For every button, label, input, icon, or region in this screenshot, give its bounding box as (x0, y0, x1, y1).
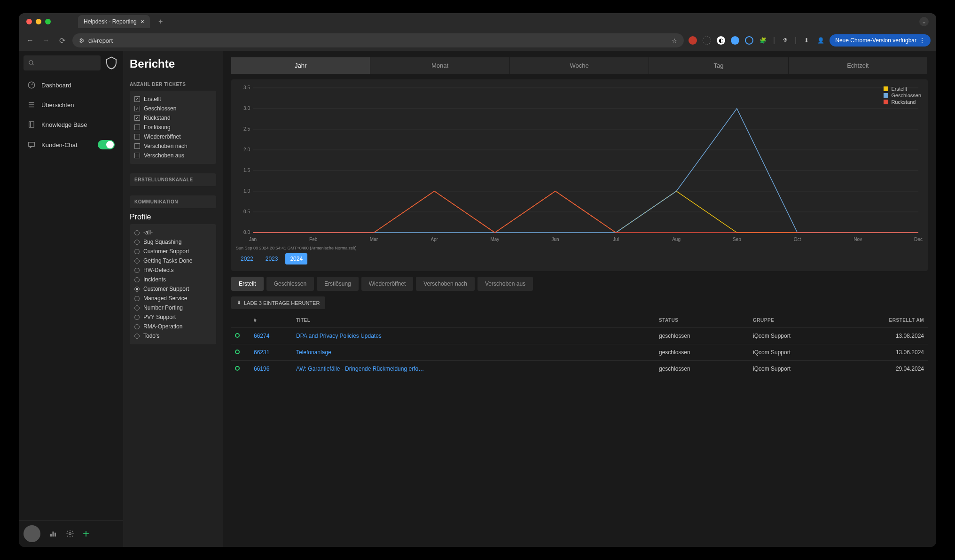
radio-profile[interactable]: -all- (134, 228, 211, 237)
radio-icon (134, 249, 140, 254)
year-button[interactable]: 2023 (261, 253, 283, 264)
legend-item[interactable]: Geschlossen (884, 93, 921, 98)
sidebar-item-übersichten[interactable]: Übersichten (19, 95, 123, 115)
year-button[interactable]: 2022 (236, 253, 258, 264)
ticket-group: iQcom Support (749, 344, 862, 361)
checkbox-erstellt[interactable]: Erstellt (134, 94, 211, 104)
labs-icon[interactable]: ⚗ (781, 36, 789, 45)
status-tab-erstlösung[interactable]: Erstlösung (317, 277, 359, 291)
table-row[interactable]: 66274 DPA and Privacy Policies Updates g… (231, 328, 928, 344)
ticket-id[interactable]: 66274 (250, 328, 292, 344)
ticket-title[interactable]: AW: Garantiefälle - Dringende Rückmeldun… (292, 361, 655, 377)
col-status[interactable]: STATUS (655, 313, 749, 328)
extensions-button[interactable]: 🧩 (759, 36, 767, 45)
extension-icon[interactable] (689, 36, 697, 45)
svg-text:3.5: 3.5 (243, 85, 250, 90)
status-tab-erstellt[interactable]: Erstellt (231, 277, 264, 291)
year-button[interactable]: 2024 (285, 253, 307, 264)
table-row[interactable]: 66231 Telefonanlage geschlossen iQcom Su… (231, 344, 928, 361)
table-row[interactable]: 66196 AW: Garantiefälle - Dringende Rück… (231, 361, 928, 377)
checkbox-icon (134, 153, 140, 158)
col-group[interactable]: GRUPPE (749, 313, 862, 328)
extension-icon[interactable]: ◐ (717, 36, 725, 45)
svg-text:Oct: Oct (794, 237, 801, 242)
forward-button[interactable]: → (40, 35, 52, 46)
svg-text:Aug: Aug (672, 237, 681, 242)
user-avatar[interactable] (23, 525, 40, 542)
radio-profile[interactable]: Incidents (134, 275, 211, 284)
extension-icon[interactable] (731, 36, 739, 45)
tab-dropdown-icon[interactable]: ⌄ (919, 17, 929, 26)
filter-header-communication[interactable]: KOMMUNIKATION (134, 199, 211, 204)
minimize-window[interactable] (36, 19, 41, 24)
svg-text:Jul: Jul (613, 237, 619, 242)
time-tab-jahr[interactable]: Jahr (231, 57, 370, 74)
status-tab-verschoben-aus[interactable]: Verschoben aus (478, 277, 533, 291)
profile-icon[interactable]: 👤 (816, 36, 825, 45)
sidebar-item-kunden-chat[interactable]: Kunden-Chat (19, 134, 123, 155)
legend-item[interactable]: Erstellt (884, 86, 921, 92)
radio-profile[interactable]: PVY Support (134, 312, 211, 322)
new-tab-button[interactable]: + (158, 17, 163, 26)
status-tab-verschoben-nach[interactable]: Verschoben nach (416, 277, 475, 291)
checkbox-icon (134, 124, 140, 130)
ticket-title[interactable]: DPA and Privacy Policies Updates (292, 328, 655, 344)
close-tab-icon[interactable]: × (141, 18, 144, 25)
radio-profile[interactable]: Managed Service (134, 294, 211, 303)
svg-text:3.0: 3.0 (243, 106, 250, 111)
chat-toggle[interactable] (98, 140, 115, 149)
downloads-icon[interactable]: ⬇ (802, 36, 811, 45)
ticket-id[interactable]: 66196 (250, 361, 292, 377)
chrome-update-button[interactable]: Neue Chrome-Version verfügbar ⋮ (830, 34, 931, 47)
reload-button[interactable]: ⟳ (56, 35, 68, 46)
radio-profile[interactable]: RMA-Operation (134, 322, 211, 331)
stats-icon[interactable] (49, 529, 57, 538)
sidebar-item-dashboard[interactable]: Dashboard (19, 75, 123, 95)
radio-profile[interactable]: Todo's (134, 331, 211, 341)
radio-profile[interactable]: Customer Support (134, 247, 211, 256)
line-chart: 0.00.51.01.52.02.53.03.5JanFebMarAprMayJ… (236, 84, 923, 244)
col-title[interactable]: TITEL (292, 313, 655, 328)
radio-profile[interactable]: HW-Defects (134, 265, 211, 275)
radio-profile[interactable]: Number Porting (134, 303, 211, 312)
status-tab-wiedereröffnet[interactable]: Wiedereröffnet (361, 277, 414, 291)
bookmark-icon[interactable]: ☆ (672, 37, 677, 44)
settings-icon[interactable] (66, 529, 74, 538)
time-tab-echtzeit[interactable]: Echtzeit (789, 57, 928, 74)
ticket-id[interactable]: 66231 (250, 344, 292, 361)
sidebar-item-knowledge-base[interactable]: Knowledge Base (19, 115, 123, 134)
time-tab-woche[interactable]: Woche (510, 57, 649, 74)
ticket-status: geschlossen (655, 344, 749, 361)
time-tab-monat[interactable]: Monat (370, 57, 509, 74)
checkbox-wiedereröffnet[interactable]: Wiedereröffnet (134, 132, 211, 141)
maximize-window[interactable] (45, 19, 51, 24)
search-icon (28, 60, 35, 66)
checkbox-verschoben-aus[interactable]: Verschoben aus (134, 151, 211, 160)
back-button[interactable]: ← (24, 35, 36, 46)
radio-profile[interactable]: Bug Squashing (134, 237, 211, 247)
close-window[interactable] (26, 19, 32, 24)
ticket-title[interactable]: Telefonanlage (292, 344, 655, 361)
col-created[interactable]: ERSTELLT AM (862, 313, 928, 328)
extension-icon[interactable] (745, 36, 753, 45)
browser-tab[interactable]: Helpdesk - Reporting × (78, 15, 150, 28)
checkbox-erstlösung[interactable]: Erstlösung (134, 123, 211, 132)
checkbox-rückstand[interactable]: Rückstand (134, 113, 211, 123)
search-input[interactable] (23, 55, 101, 70)
svg-rect-9 (50, 534, 52, 537)
legend-item[interactable]: Rückstand (884, 99, 921, 105)
site-settings-icon[interactable]: ⚙ (79, 37, 85, 44)
radio-profile[interactable]: Getting Tasks Done (134, 256, 211, 265)
filter-header-channels[interactable]: ERSTELLUNGSKANÄLE (134, 177, 211, 182)
col-number[interactable]: # (250, 313, 292, 328)
add-button[interactable]: + (83, 527, 89, 540)
status-tab-geschlossen[interactable]: Geschlossen (266, 277, 314, 291)
svg-text:0.5: 0.5 (243, 209, 250, 214)
address-bar[interactable]: ⚙ d/#report ☆ (72, 33, 684, 47)
radio-profile[interactable]: Customer Support (134, 284, 211, 294)
download-button[interactable]: ⬇ LADE 3 EINTRÄGE HERUNTER (231, 296, 325, 309)
extension-icon[interactable] (703, 36, 711, 45)
checkbox-verschoben-nach[interactable]: Verschoben nach (134, 141, 211, 151)
time-tab-tag[interactable]: Tag (649, 57, 788, 74)
checkbox-geschlossen[interactable]: Geschlossen (134, 104, 211, 113)
